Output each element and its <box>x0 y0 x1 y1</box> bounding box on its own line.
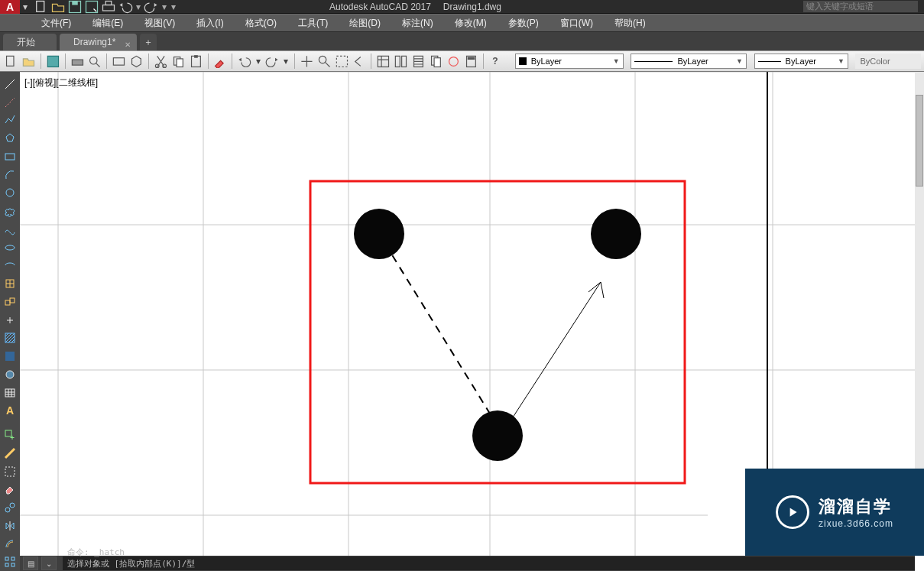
svg-point-36 <box>6 371 14 378</box>
app-menu-dropdown-icon[interactable]: ▾ <box>20 2 31 12</box>
polygon-icon[interactable] <box>2 130 18 147</box>
line-icon[interactable] <box>2 76 18 92</box>
pan-icon[interactable] <box>299 53 315 70</box>
menu-view[interactable]: 视图(V) <box>134 14 186 32</box>
save-icon[interactable] <box>45 53 61 70</box>
app-logo[interactable]: A <box>0 0 20 14</box>
linetype-preview <box>634 61 673 62</box>
table-icon[interactable] <box>2 384 18 401</box>
command-line[interactable]: 命令: _hatch 选择对象或 [拾取内部点(K)]/型 <box>63 556 915 570</box>
app-name: Autodesk AutoCAD 2017 <box>329 2 431 12</box>
menu-window[interactable]: 窗口(W) <box>550 14 604 32</box>
plot-icon[interactable] <box>70 53 86 70</box>
mirror-icon[interactable] <box>2 517 18 534</box>
layout-expand-icon[interactable]: ⌄ <box>41 556 57 570</box>
make-block-icon[interactable] <box>2 294 18 310</box>
new-icon[interactable] <box>3 53 19 70</box>
match-properties-icon[interactable] <box>212 53 228 70</box>
plot-icon[interactable] <box>101 1 116 13</box>
menu-parametric[interactable]: 参数(P) <box>498 14 550 32</box>
layout-menu-icon[interactable]: ▤ <box>23 556 38 570</box>
rectangle-icon[interactable] <box>2 148 18 165</box>
addselected-icon[interactable] <box>2 427 18 443</box>
insert-block-icon[interactable] <box>2 275 18 292</box>
plot-style-combo[interactable]: ByColor <box>855 54 921 69</box>
standard-toolbar: ▾ ▾ ? ByLayer ▼ ByLayer ▼ ByLayer ▼ ByCo… <box>0 50 924 72</box>
open-icon[interactable] <box>21 53 37 70</box>
selectall-icon[interactable] <box>2 463 18 480</box>
menu-dimension[interactable]: 标注(N) <box>391 14 444 32</box>
markup-icon[interactable] <box>446 53 462 70</box>
ellipse-arc-icon[interactable] <box>2 258 18 274</box>
scrollbar-thumb[interactable] <box>916 95 923 187</box>
open-icon[interactable] <box>50 1 66 13</box>
linetype-combo[interactable]: ByLayer ▼ <box>631 54 747 69</box>
help-icon[interactable]: ? <box>487 53 503 70</box>
design-center-icon[interactable] <box>393 53 409 70</box>
region-icon[interactable] <box>2 366 18 383</box>
menu-modify[interactable]: 修改(M) <box>444 14 498 32</box>
polyline-icon[interactable] <box>2 112 18 129</box>
saveas-icon[interactable] <box>84 1 99 13</box>
save-icon[interactable] <box>67 1 83 13</box>
modify-copy-icon[interactable] <box>2 499 18 516</box>
copy-icon[interactable] <box>170 53 186 70</box>
array-icon[interactable] <box>2 553 18 570</box>
menu-file[interactable]: 文件(F) <box>31 14 82 32</box>
construction-line-icon[interactable] <box>2 94 18 111</box>
paste-icon[interactable] <box>188 53 204 70</box>
circle-icon[interactable] <box>2 185 18 202</box>
layer-color-combo[interactable]: ByLayer ▼ <box>515 54 624 69</box>
command-history: 命令: _hatch <box>67 547 910 558</box>
menu-insert[interactable]: 插入(I) <box>186 14 234 32</box>
menu-format[interactable]: 格式(O) <box>235 14 287 32</box>
point-icon[interactable] <box>2 312 18 329</box>
zoom-previous-icon[interactable] <box>351 53 367 70</box>
tab-new[interactable]: ＋ <box>140 34 157 50</box>
quickcalc-icon[interactable] <box>463 53 479 70</box>
undo-dropdown-icon[interactable]: ▾ <box>254 53 262 70</box>
measure-icon[interactable] <box>2 445 18 462</box>
svg-rect-2 <box>72 1 78 5</box>
undo-dropdown-icon[interactable]: ▾ <box>135 1 142 13</box>
separator <box>232 54 232 69</box>
redo-dropdown-icon[interactable]: ▾ <box>160 1 168 13</box>
3ddwf-icon[interactable] <box>128 53 144 70</box>
undo-icon[interactable] <box>236 53 252 70</box>
revision-cloud-icon[interactable] <box>2 203 18 219</box>
tool-palettes-icon[interactable] <box>410 53 426 70</box>
preview-icon[interactable] <box>86 53 102 70</box>
new-icon[interactable] <box>34 1 49 13</box>
multiline-text-icon[interactable]: A <box>2 403 18 420</box>
viewport-label[interactable]: [-][俯视][二维线框] <box>24 76 98 89</box>
menu-draw[interactable]: 绘图(D) <box>339 14 391 32</box>
arc-icon[interactable] <box>2 167 18 183</box>
svg-rect-5 <box>105 1 112 5</box>
color-swatch <box>519 57 527 65</box>
tab-drawing1[interactable]: Drawing1* ✕ <box>60 34 137 50</box>
gradient-icon[interactable] <box>2 348 18 365</box>
zoom-window-icon[interactable] <box>334 53 350 70</box>
menu-tools[interactable]: 工具(T) <box>287 14 339 32</box>
hatch-icon[interactable] <box>2 330 18 347</box>
tab-start[interactable]: 开始 <box>3 34 57 50</box>
offset-icon[interactable] <box>2 536 18 553</box>
infocenter-search-input[interactable]: 键入关键字或短语 <box>803 1 918 12</box>
qat-customize-icon[interactable]: ▾ <box>170 1 177 13</box>
redo-icon[interactable] <box>264 53 280 70</box>
menu-edit[interactable]: 编辑(E) <box>82 14 134 32</box>
redo-dropdown-icon[interactable]: ▾ <box>281 53 290 70</box>
ellipse-icon[interactable] <box>2 239 18 256</box>
cut-icon[interactable] <box>153 53 169 70</box>
redo-icon[interactable] <box>144 1 159 13</box>
lineweight-combo[interactable]: ByLayer ▼ <box>754 54 848 69</box>
sheet-set-icon[interactable] <box>428 53 444 70</box>
properties-icon[interactable] <box>375 53 391 70</box>
close-icon[interactable]: ✕ <box>125 37 131 54</box>
undo-icon[interactable] <box>118 1 133 13</box>
menu-help[interactable]: 帮助(H) <box>604 14 657 32</box>
erase-icon[interactable] <box>2 481 18 498</box>
publish-icon[interactable] <box>111 53 127 70</box>
spline-icon[interactable] <box>2 221 18 238</box>
zoom-icon[interactable] <box>316 53 332 70</box>
